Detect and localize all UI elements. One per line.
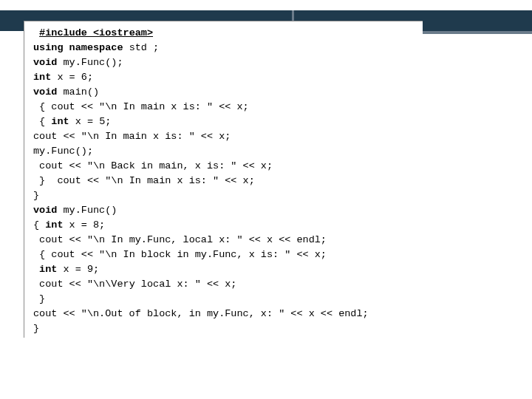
code-line: }: [33, 188, 418, 203]
code-text: cout << "\n In my.Func, local x: " << x …: [39, 234, 327, 245]
code-line: { cout << "\n In main x is: " << x;: [33, 100, 418, 115]
code-text: {: [33, 219, 45, 231]
slide-container: #include <iostream>using namespace std ;…: [0, 0, 532, 399]
code-text: x = 8;: [64, 219, 106, 231]
keyword: void: [33, 205, 57, 216]
keyword: using namespace: [33, 42, 123, 53]
code-line: using namespace std ;: [33, 41, 418, 55]
preprocessor-directive: #include <iostream>: [39, 27, 153, 38]
code-text: x = 5;: [69, 116, 112, 127]
code-text: cout << "\n.Out of block, in my.Func, x:…: [33, 308, 369, 319]
code-text: }: [33, 323, 39, 334]
code-line: #include <iostream>: [33, 26, 418, 41]
keyword: int: [33, 72, 51, 83]
code-line: void main(): [33, 85, 418, 100]
code-line: int x = 6;: [33, 70, 418, 85]
keyword: void: [33, 86, 57, 98]
code-line: int x = 9;: [33, 262, 418, 277]
code-line: } cout << "\n In main x is: " << x;: [33, 174, 418, 188]
code-text: main(): [57, 86, 99, 98]
code-text: }: [33, 190, 39, 201]
code-line: my.Func();: [33, 144, 418, 159]
code-line: { int x = 5;: [33, 115, 418, 129]
code-line: cout << "\n In my.Func, local x: " << x …: [33, 233, 418, 248]
code-line: }: [33, 292, 418, 307]
code-text: { cout << "\n In main x is: " << x;: [39, 101, 249, 112]
code-line: { int x = 8;: [33, 218, 418, 233]
code-text: my.Func(): [57, 205, 117, 216]
code-line: }: [33, 321, 418, 336]
code-text: cout << "\n In main x is: " << x;: [33, 131, 231, 142]
code-text: x = 6;: [51, 72, 93, 83]
code-line: { cout << "\n In block in my.Func, x is:…: [33, 248, 418, 262]
keyword: int: [51, 116, 69, 127]
code-line: cout << "\n In main x is: " << x;: [33, 129, 418, 144]
code-line: cout << "\n.Out of block, in my.Func, x:…: [33, 307, 418, 321]
code-text: my.Func();: [33, 146, 93, 157]
code-text: std ;: [123, 42, 160, 53]
keyword: int: [39, 264, 57, 275]
code-line: void my.Func(): [33, 203, 418, 218]
keyword: int: [45, 219, 63, 231]
code-text: { cout << "\n In block in my.Func, x is:…: [39, 249, 327, 260]
code-text: my.Func();: [57, 57, 123, 68]
code-line: cout << "\n Back in main, x is: " << x;: [33, 159, 418, 174]
code-listing: #include <iostream>using namespace std ;…: [33, 26, 418, 336]
code-text: cout << "\n Back in main, x is: " << x;: [39, 160, 273, 171]
code-line: void my.Func();: [33, 55, 418, 70]
code-content-box: #include <iostream>using namespace std ;…: [24, 21, 423, 338]
code-text: x = 9;: [57, 264, 99, 275]
code-text: {: [39, 116, 51, 127]
code-text: } cout << "\n In main x is: " << x;: [39, 175, 255, 186]
code-text: }: [39, 293, 45, 304]
code-line: cout << "\n\Very local x: " << x;: [33, 277, 418, 292]
keyword: void: [33, 57, 57, 68]
code-text: cout << "\n\Very local x: " << x;: [39, 279, 236, 290]
